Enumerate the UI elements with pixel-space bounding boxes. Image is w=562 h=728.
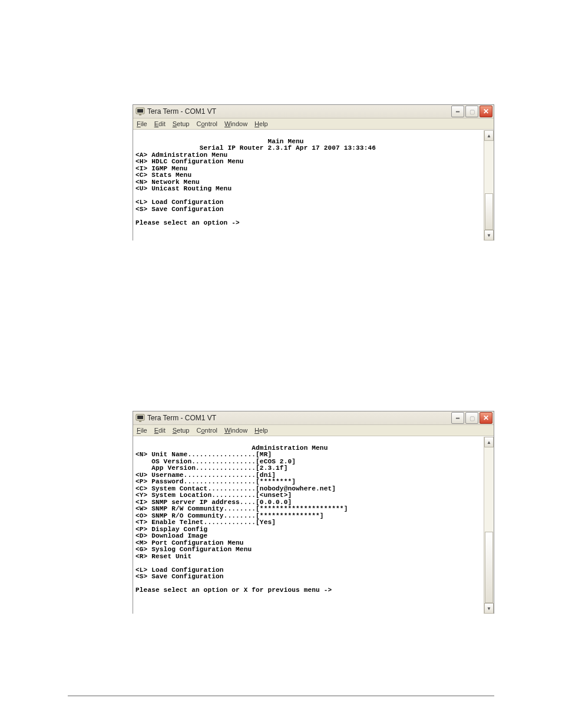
- scroll-thumb[interactable]: [485, 532, 493, 603]
- menu-help[interactable]: Help: [254, 120, 268, 127]
- titlebar[interactable]: Tera Term - COM1 VT ━ ▢ ✕: [133, 411, 494, 425]
- tera-term-window-admin: Tera Term - COM1 VT ━ ▢ ✕ File Edit Setu…: [133, 411, 494, 614]
- scroll-thumb[interactable]: [485, 193, 493, 230]
- window-title: Tera Term - COM1 VT: [147, 107, 449, 116]
- window-title: Tera Term - COM1 VT: [147, 414, 449, 422]
- menu-setup[interactable]: Setup: [173, 427, 190, 434]
- menubar: File Edit Setup Control Window Help: [133, 118, 494, 130]
- svg-rect-2: [139, 114, 141, 116]
- menu-file[interactable]: File: [137, 120, 147, 127]
- scroll-up-button[interactable]: ▲: [484, 437, 494, 447]
- menu-help[interactable]: Help: [254, 427, 268, 434]
- vertical-scrollbar[interactable]: ▲ ▼: [484, 437, 494, 614]
- terminal-text: Administration Menu <N> Unit Name.......…: [135, 438, 481, 594]
- minimize-button[interactable]: ━: [451, 106, 464, 117]
- scroll-track[interactable]: [484, 447, 494, 603]
- titlebar[interactable]: Tera Term - COM1 VT ━ ▢ ✕: [133, 105, 494, 118]
- maximize-button[interactable]: ▢: [465, 106, 478, 117]
- scroll-down-button[interactable]: ▼: [484, 230, 494, 241]
- scroll-up-button[interactable]: ▲: [484, 130, 494, 141]
- menu-window[interactable]: Window: [224, 120, 247, 127]
- menubar: File Edit Setup Control Window Help: [133, 425, 494, 436]
- menu-edit[interactable]: Edit: [154, 427, 166, 434]
- menu-edit[interactable]: Edit: [154, 120, 166, 127]
- svg-rect-1: [137, 109, 143, 113]
- menu-setup[interactable]: Setup: [173, 120, 190, 127]
- scroll-track[interactable]: [484, 141, 494, 230]
- terminal-area[interactable]: Administration Menu <N> Unit Name.......…: [133, 437, 484, 614]
- scroll-down-button[interactable]: ▼: [484, 603, 494, 614]
- app-icon: [135, 107, 145, 116]
- terminal-text: Main Menu Serial IP Router 2.3.1f Apr 17…: [135, 131, 481, 226]
- tera-term-window-main: Tera Term - COM1 VT ━ ▢ ✕ File Edit Setu…: [133, 104, 494, 241]
- app-icon: [135, 413, 145, 423]
- maximize-button[interactable]: ▢: [465, 412, 478, 424]
- menu-window[interactable]: Window: [224, 427, 247, 434]
- close-button[interactable]: ✕: [480, 412, 492, 424]
- vertical-scrollbar[interactable]: ▲ ▼: [484, 130, 494, 241]
- svg-rect-5: [139, 421, 141, 422]
- menu-control[interactable]: Control: [196, 120, 217, 127]
- menu-file[interactable]: File: [137, 427, 147, 434]
- close-button[interactable]: ✕: [480, 106, 492, 117]
- terminal-area[interactable]: Main Menu Serial IP Router 2.3.1f Apr 17…: [133, 130, 484, 241]
- page-footer-rule: [68, 696, 494, 696]
- minimize-button[interactable]: ━: [451, 412, 464, 424]
- svg-rect-4: [137, 416, 143, 419]
- menu-control[interactable]: Control: [196, 427, 217, 434]
